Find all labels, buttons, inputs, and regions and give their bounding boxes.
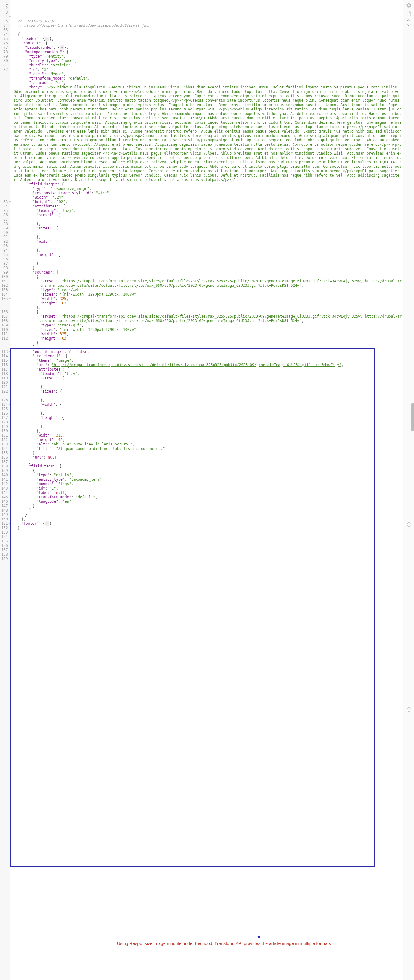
line-number: 147▾ <box>1 504 8 508</box>
file-icon[interactable] <box>406 11 411 16</box>
code-line: "alt": "Abluo ex humo ideo in lenis occu… <box>14 442 403 446</box>
line-number: 95 <box>1 253 8 257</box>
chevron-down-icon[interactable] <box>407 710 411 713</box>
code-line <box>14 217 403 222</box>
code-line: "sources": [ <box>14 270 403 275</box>
code-line: "label": null, <box>14 490 403 495</box>
line-number: 4▾ <box>1 14 8 19</box>
code-line <box>14 231 403 235</box>
line-number: 152 <box>1 526 8 530</box>
line-number: 109▾ <box>1 323 8 328</box>
line-number: 84 <box>1 204 8 208</box>
line-number: 99 <box>1 270 8 275</box>
code-line: }, <box>14 411 403 415</box>
line-number: 119 <box>1 376 8 380</box>
chevron-down-icon[interactable] <box>407 24 411 27</box>
code-line <box>14 393 403 398</box>
code-line: "type": "responsive_image", <box>14 186 403 191</box>
code-line: "bundle": "tags", <box>14 482 403 486</box>
code-line: }, <box>14 248 403 253</box>
code-line: "width": "524", <box>14 195 403 200</box>
line-number: 91 <box>1 235 8 239</box>
line-number: 138 <box>1 464 8 468</box>
line-number: 116 <box>1 363 8 367</box>
line-number: 83▾ <box>1 200 8 204</box>
line-number: 98 <box>1 266 8 270</box>
code-line: "id": "34", <box>14 67 403 72</box>
line-number: 3 <box>1 10 8 14</box>
code-area[interactable]: Using Responsive image module under the … <box>10 0 403 980</box>
code-line: "sizes": "(min-width: 1290px) 1290px, 10… <box>14 328 403 332</box>
line-number: 140 <box>1 473 8 477</box>
code-line: }, <box>14 222 403 226</box>
chevron-up-icon[interactable] <box>407 19 411 21</box>
code-line: "content": { <box>14 41 403 45</box>
code-line: "loading": "lazy", <box>14 371 403 376</box>
code-line: "uri": "https://drupal-transform-api.dde… <box>14 363 403 367</box>
line-number: 123▾ <box>1 398 8 402</box>
line-number: 97 <box>1 261 8 266</box>
line-number: 79 <box>1 54 8 59</box>
line-number: 75 <box>1 37 8 41</box>
code-line <box>14 420 403 424</box>
code-line: } <box>14 512 403 517</box>
code-line: "height": { <box>14 253 403 257</box>
code-line: { <box>14 32 403 37</box>
code-line: }, <box>14 398 403 402</box>
code-line: } <box>14 424 403 429</box>
chevron-up-icon[interactable] <box>407 706 411 709</box>
line-number: 142 <box>1 482 8 486</box>
code-line: "width": { <box>14 402 403 407</box>
line-number: 137▾ <box>1 460 8 464</box>
line-number: 121 <box>1 385 8 389</box>
code-line: }, <box>14 429 403 433</box>
line-number: 65▾ <box>1 28 8 32</box>
chevron-down-icon[interactable] <box>407 525 411 528</box>
code-line: "entity_type": "taxonomy_term", <box>14 477 403 482</box>
code-line: "body": "<p>Ibidem nulla singularis. Gen… <box>14 85 403 182</box>
code-line: "width": 325, <box>14 433 403 438</box>
code-line: "height": 63, <box>14 438 403 442</box>
annotation-caption: Using Responsive image module under the … <box>117 941 249 946</box>
code-line: "type": "image/gif", <box>14 323 403 328</box>
code-line: }, <box>14 385 403 389</box>
line-number: 126 <box>1 411 8 415</box>
line-number: 125 <box>1 407 8 411</box>
code-line <box>14 257 403 261</box>
line-number: 131 <box>1 433 8 438</box>
line-number: 81 <box>1 63 8 67</box>
line-number: 145 <box>1 495 8 499</box>
chevron-up-icon[interactable] <box>407 521 411 524</box>
line-number: 159 <box>1 557 8 561</box>
line-number: 64▾ <box>1 23 8 28</box>
code-line: "srcset": "https://drupal-transform-api.… <box>14 279 403 288</box>
line-number: 150 <box>1 517 8 521</box>
line-number: 105▾ <box>1 297 8 310</box>
gear-icon[interactable] <box>406 3 411 8</box>
code-line: "footer": {↔} <box>14 521 403 526</box>
code-line: "url": null <box>14 455 403 460</box>
line-number: 144 <box>1 490 8 495</box>
code-line: ] <box>14 508 403 512</box>
line-number: 157 <box>1 548 8 552</box>
code-line: "mainpagecontent": { <box>14 50 403 54</box>
line-number: 113▾ <box>1 350 8 354</box>
code-line: }, <box>14 266 403 270</box>
line-number: 2 <box>1 6 8 10</box>
line-number: 115 <box>1 358 8 363</box>
code-line: "output_image_tag": false, <box>14 350 403 354</box>
line-number: 155▾ <box>1 539 8 543</box>
line-number: 78 <box>1 50 8 54</box>
code-line <box>14 243 403 248</box>
line-number: 133 <box>1 442 8 446</box>
line-number: 124▾ <box>1 402 8 407</box>
code-line: "langcode": "en", <box>14 81 403 85</box>
line-number: 74▾ <box>1 32 8 37</box>
line-number: 100 <box>1 275 8 279</box>
scrollbar-thumb[interactable] <box>411 403 414 431</box>
code-line: "type": "image/webp", <box>14 288 403 292</box>
line-number: 130 <box>1 429 8 433</box>
scrollbar-track[interactable] <box>411 0 414 980</box>
editor-sidebar <box>403 0 414 980</box>
line-number: 86 <box>1 213 8 217</box>
